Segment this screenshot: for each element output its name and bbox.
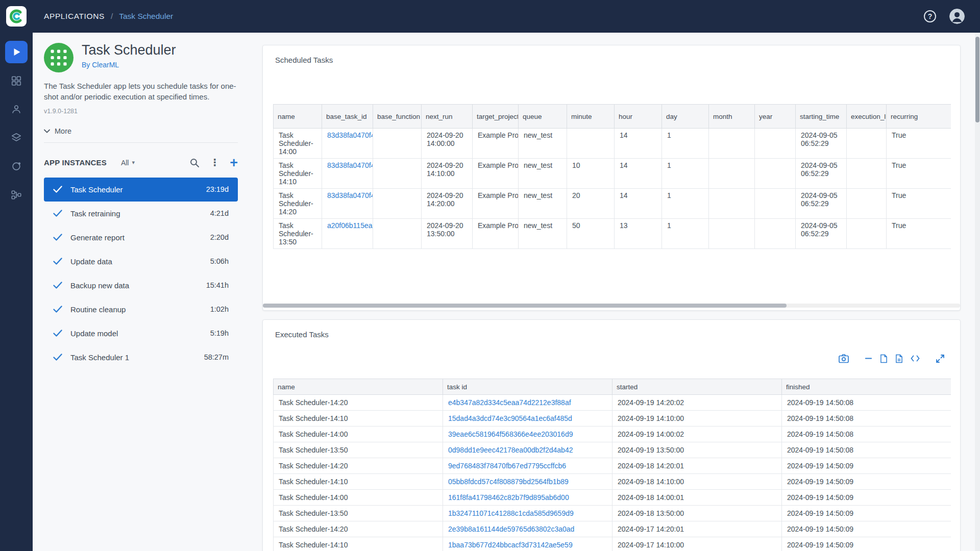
cell-queue: new_test bbox=[519, 159, 567, 189]
col-hour: hour bbox=[615, 105, 662, 129]
help-icon[interactable]: ? bbox=[924, 10, 936, 22]
file-csv-icon bbox=[880, 354, 888, 363]
app-instance-row[interactable]: Routine cleanup 1:02h bbox=[44, 297, 238, 321]
scheduled-tasks-body: Task Scheduler-14:00 83d38fa0470f4 2024-… bbox=[274, 129, 951, 249]
nav-projects[interactable] bbox=[5, 69, 28, 92]
more-toggle[interactable]: More bbox=[44, 127, 71, 135]
app-description: The Task Scheduler app lets you schedule… bbox=[44, 81, 238, 103]
cell-base-task-id-link[interactable]: 83d38fa0470f4 bbox=[322, 189, 373, 219]
cell-started: 2024-09-19 14:10:00 bbox=[612, 411, 782, 427]
app-instance-row[interactable]: Update model 5:19h bbox=[44, 321, 238, 345]
col-month: month bbox=[709, 105, 755, 129]
nav-workers-queues[interactable] bbox=[5, 98, 28, 120]
cell-task-id-link[interactable]: 9ed768483f78470fb67ed7795ccffcb6 bbox=[443, 458, 612, 474]
cell-task-id-link[interactable]: 2e39b8a161144de59765d63802c3a0ad bbox=[443, 521, 612, 537]
cell-finished: 2024-09-19 14:50:09 bbox=[782, 506, 951, 521]
camera-icon bbox=[839, 354, 849, 363]
cell-task-id-link[interactable]: e4b347a82d334c5eaa74d2212e3f88af bbox=[443, 395, 612, 411]
cell-hour: 14 bbox=[615, 129, 662, 159]
add-instance-button[interactable]: + bbox=[230, 158, 238, 168]
task-scheduler-app-icon bbox=[44, 43, 74, 72]
executed-tasks-table: name task id started finished Task Sched… bbox=[273, 379, 951, 551]
col-minute: minute bbox=[567, 105, 615, 129]
clearml-logo[interactable] bbox=[6, 6, 27, 27]
app-instance-row[interactable]: Task Scheduler 23:19d bbox=[44, 178, 238, 202]
app-instance-row[interactable]: Task retraining 4:21d bbox=[44, 202, 238, 226]
horizontal-scrollbar-thumb[interactable] bbox=[263, 304, 787, 308]
download-image-button[interactable] bbox=[839, 354, 849, 363]
file-json-icon bbox=[895, 354, 903, 363]
cell-task-id-link[interactable]: 0d98dd1e9eec42178ea00db2f2d4ab42 bbox=[443, 442, 612, 458]
cell-task-id-link[interactable]: 15dad4a3dcd74e3c90564a1ec6af485d bbox=[443, 411, 612, 427]
cell-base-task-id-link[interactable]: 83d38fa0470f4 bbox=[322, 129, 373, 159]
embed-code-button[interactable] bbox=[911, 355, 920, 362]
cell-execution-limit bbox=[847, 159, 887, 189]
cell-queue: new_test bbox=[519, 129, 567, 159]
user-avatar[interactable] bbox=[949, 9, 965, 24]
instance-name: Task Scheduler 1 bbox=[70, 353, 204, 362]
instance-duration: 58:27m bbox=[204, 353, 229, 361]
app-title-block: Task Scheduler By ClearML bbox=[82, 43, 176, 69]
cell-name: Task Scheduler-14:10 bbox=[274, 474, 443, 490]
hide-button[interactable] bbox=[865, 355, 872, 362]
cell-base-task-id-link[interactable]: 83d38fa0470f4 bbox=[322, 159, 373, 189]
cell-base-task-id-link[interactable]: a20f06b115ea4 bbox=[322, 219, 373, 249]
breadcrumb-applications[interactable]: APPLICATIONS bbox=[44, 12, 105, 21]
cell-hour: 13 bbox=[615, 219, 662, 249]
cell-minute: 50 bbox=[567, 219, 615, 249]
download-json-button[interactable] bbox=[895, 354, 903, 363]
cell-name: Task Scheduler-14:00 bbox=[274, 129, 322, 159]
nav-model-endpoints[interactable] bbox=[5, 155, 28, 178]
cell-hour: 14 bbox=[615, 189, 662, 219]
by-clearml-link[interactable]: By ClearML bbox=[82, 61, 176, 69]
app-instance-row[interactable]: Backup new data 15:41h bbox=[44, 273, 238, 297]
cell-target-project: Example Project bbox=[473, 219, 519, 249]
app-instance-row[interactable]: Generate report 2:20d bbox=[44, 226, 238, 249]
executed-task-row: Task Scheduler-14:00 39eae6c581964f56836… bbox=[274, 427, 951, 442]
more-options-kebab-icon[interactable]: ⋮ bbox=[210, 157, 219, 168]
scheduled-tasks-table-wrap: name base_task_id base_function next_run… bbox=[273, 104, 951, 249]
check-icon bbox=[53, 258, 62, 265]
page-scrollbar-thumb[interactable] bbox=[975, 37, 979, 122]
cell-task-id-link[interactable]: 39eae6c581964f568366e4ee203016d9 bbox=[443, 427, 612, 442]
horizontal-scrollbar-track bbox=[263, 304, 960, 308]
download-csv-button[interactable] bbox=[880, 354, 888, 363]
col-next-run: next_run bbox=[422, 105, 473, 129]
nav-pipelines[interactable] bbox=[5, 184, 28, 206]
cell-name: Task Scheduler-14:20 bbox=[274, 189, 322, 219]
executed-tasks-header: name task id started finished bbox=[274, 379, 951, 395]
cell-name: Task Scheduler-14:20 bbox=[274, 521, 443, 537]
cell-month bbox=[709, 129, 755, 159]
col-year: year bbox=[755, 105, 796, 129]
cell-name: Task Scheduler-14:20 bbox=[274, 395, 443, 411]
cell-name: Task Scheduler-14:10 bbox=[274, 537, 443, 551]
instances-filter-value: All bbox=[121, 159, 129, 167]
clearml-logo-icon bbox=[6, 6, 27, 27]
cell-recurring: True bbox=[887, 129, 951, 159]
instance-duration: 23:19d bbox=[206, 185, 229, 193]
nav-applications[interactable] bbox=[5, 41, 28, 63]
app-instance-row[interactable]: Task Scheduler 1 58:27m bbox=[44, 345, 238, 369]
cell-started: 2024-09-18 14:10:00 bbox=[612, 474, 782, 490]
search-button[interactable] bbox=[189, 158, 200, 168]
cell-next-run: 2024-09-20 14:00:00 bbox=[422, 129, 473, 159]
breadcrumb: APPLICATIONS / Task Scheduler bbox=[44, 12, 173, 21]
executed-tasks-body: Task Scheduler-14:20 e4b347a82d334c5eaa7… bbox=[274, 395, 951, 551]
cell-task-id-link[interactable]: 05bb8fdcd57c4f808879bd2564fb1b89 bbox=[443, 474, 612, 490]
cell-finished: 2024-09-19 14:50:09 bbox=[782, 521, 951, 537]
col-target-project: target_project bbox=[473, 105, 519, 129]
executed-task-row: Task Scheduler-14:10 05bb8fdcd57c4f80887… bbox=[274, 474, 951, 490]
nav-datasets[interactable] bbox=[5, 127, 28, 149]
cell-task-id-link[interactable]: 1b324711071c41288c1cda585d9659d9 bbox=[443, 506, 612, 521]
instance-name: Backup new data bbox=[70, 281, 206, 290]
cell-task-id-link[interactable]: 1baa73b677d24bbcacf3d73142ae5e59 bbox=[443, 537, 612, 551]
cell-task-id-link[interactable]: 161f8fa41798462c82b7f9d895ab6d00 bbox=[443, 490, 612, 506]
cell-target-project: Example Project bbox=[473, 129, 519, 159]
instance-name: Routine cleanup bbox=[70, 305, 210, 314]
check-icon bbox=[53, 210, 62, 217]
app-instance-row[interactable]: Update data 5:06h bbox=[44, 249, 238, 273]
maximize-button[interactable] bbox=[936, 354, 945, 363]
instances-filter-dropdown[interactable]: All ▾ bbox=[121, 159, 135, 167]
topbar-actions: ? bbox=[924, 9, 965, 24]
check-icon bbox=[53, 186, 62, 193]
